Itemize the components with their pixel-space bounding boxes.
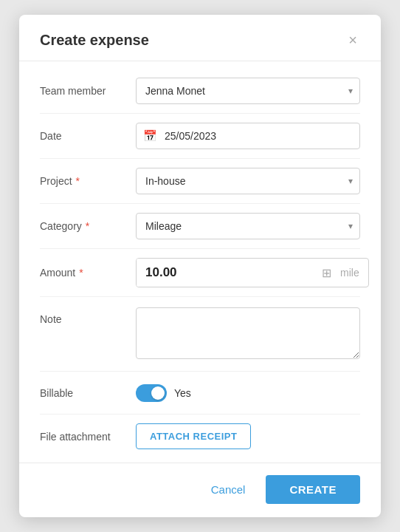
note-label: Note bbox=[40, 307, 136, 325]
team-member-control: Jenna Monet ▾ bbox=[136, 78, 360, 104]
amount-label: Amount * bbox=[40, 267, 136, 279]
dialog-header: Create expense × bbox=[19, 15, 381, 61]
billable-toggle-row: Yes bbox=[136, 384, 360, 402]
team-member-label: Team member bbox=[40, 85, 136, 97]
cancel-button[interactable]: Cancel bbox=[199, 476, 258, 503]
amount-input[interactable] bbox=[137, 259, 316, 287]
category-control: Mileage ▾ bbox=[136, 213, 360, 239]
project-control: In-house ▾ bbox=[136, 168, 360, 194]
create-expense-dialog: Create expense × Team member Jenna Monet… bbox=[19, 15, 381, 517]
category-label: Category * bbox=[40, 220, 136, 232]
note-control bbox=[136, 307, 360, 362]
date-label: Date bbox=[40, 130, 136, 142]
team-member-select-wrapper: Jenna Monet ▾ bbox=[136, 78, 360, 104]
billable-control: Yes bbox=[136, 384, 360, 402]
billable-label: Billable bbox=[40, 387, 136, 399]
toggle-slider bbox=[136, 384, 167, 402]
category-select-wrapper: Mileage ▾ bbox=[136, 213, 360, 239]
project-select-wrapper: In-house ▾ bbox=[136, 168, 360, 194]
amount-required-star: * bbox=[76, 267, 83, 279]
date-input[interactable] bbox=[136, 123, 360, 149]
billable-row: Billable Yes bbox=[40, 372, 360, 415]
billable-yes-label: Yes bbox=[174, 387, 191, 399]
team-member-select[interactable]: Jenna Monet bbox=[136, 78, 360, 104]
project-row: Project * In-house ▾ bbox=[40, 159, 360, 204]
amount-grid-icon: ⊞ bbox=[316, 266, 337, 280]
category-row: Category * Mileage ▾ bbox=[40, 204, 360, 249]
file-attachment-control: ATTACH RECEIPT bbox=[136, 423, 360, 449]
note-row: Note bbox=[40, 297, 360, 372]
amount-control: ⊞ mile bbox=[136, 258, 369, 287]
billable-toggle[interactable] bbox=[136, 384, 167, 402]
project-label: Project * bbox=[40, 175, 136, 187]
file-attachment-row: File attachment ATTACH RECEIPT bbox=[40, 415, 360, 458]
amount-unit: mile bbox=[337, 267, 368, 279]
date-row: Date 📅 bbox=[40, 114, 360, 159]
amount-row: Amount * ⊞ mile bbox=[40, 249, 360, 297]
category-select[interactable]: Mileage bbox=[136, 213, 360, 239]
file-attachment-label: File attachment bbox=[40, 431, 136, 443]
project-required-star: * bbox=[73, 175, 80, 187]
date-control: 📅 bbox=[136, 123, 360, 149]
amount-wrapper: ⊞ mile bbox=[136, 258, 369, 287]
date-wrapper: 📅 bbox=[136, 123, 360, 149]
category-required-star: * bbox=[83, 220, 89, 232]
note-textarea[interactable] bbox=[136, 307, 360, 359]
project-select[interactable]: In-house bbox=[136, 168, 360, 194]
team-member-row: Team member Jenna Monet ▾ bbox=[40, 69, 360, 114]
close-button[interactable]: × bbox=[345, 31, 360, 49]
attach-receipt-button[interactable]: ATTACH RECEIPT bbox=[136, 423, 251, 449]
dialog-body: Team member Jenna Monet ▾ Date 📅 bbox=[19, 61, 381, 463]
dialog-footer: Cancel CREATE bbox=[19, 463, 381, 517]
dialog-title: Create expense bbox=[40, 32, 149, 49]
create-button[interactable]: CREATE bbox=[266, 475, 360, 504]
